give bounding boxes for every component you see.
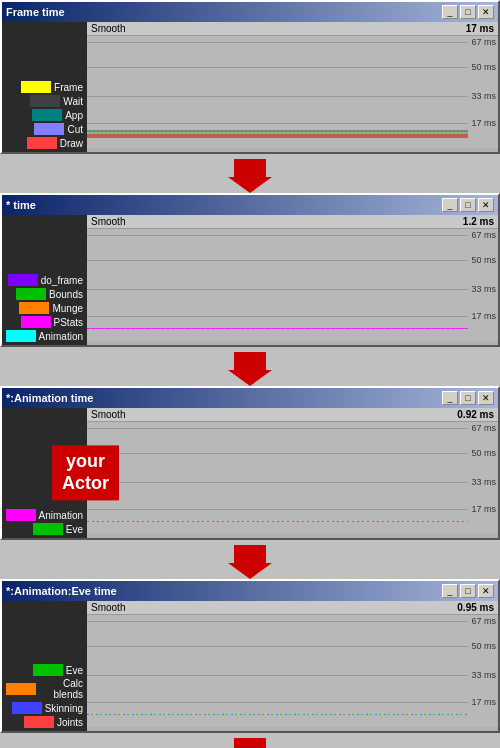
panel1-chart-grid: 67 ms 50 ms 33 ms 17 ms <box>87 36 498 148</box>
grid-label-33: 33 ms <box>471 91 496 101</box>
panel2-restore-btn[interactable]: □ <box>460 198 476 212</box>
panel1-chart-header: Smooth 17 ms <box>87 22 498 36</box>
legend-item-munge: Munge <box>2 301 87 315</box>
arrow1-head <box>228 177 272 193</box>
panel3-minimize-btn[interactable]: _ <box>442 391 458 405</box>
legend-color-app <box>32 109 62 121</box>
legend-label-pstats: PStats <box>54 317 83 328</box>
panel1-title: Frame time <box>6 6 65 18</box>
legend-item-frame: Frame <box>2 80 87 94</box>
panel1-restore-btn[interactable]: □ <box>460 5 476 19</box>
legend-color-do_frame <box>8 274 38 286</box>
panel2-chart-value: 1.2 ms <box>463 216 494 227</box>
grid-line2-50 <box>87 260 468 261</box>
panel1-legend: Frame Wait App Cut Draw <box>2 22 87 152</box>
panel1-close-btn[interactable]: ✕ <box>478 5 494 19</box>
legend-color-pstats <box>21 316 51 328</box>
grid-label3-50: 50 ms <box>471 448 496 458</box>
grid-label-67: 67 ms <box>471 37 496 47</box>
legend-color-eve <box>33 523 63 535</box>
panel4-minimize-btn[interactable]: _ <box>442 584 458 598</box>
arrow3 <box>228 545 272 579</box>
time-panel: * time _ □ ✕ do_frame Bounds Munge PStat… <box>0 193 500 347</box>
legend-item-do_frame: do_frame <box>2 273 87 287</box>
panel2-chart-header: Smooth 1.2 ms <box>87 215 498 229</box>
legend-color-animation <box>6 330 36 342</box>
legend-item-calc-blends: Calc blends <box>2 677 87 701</box>
legend-item-wait: Wait <box>2 94 87 108</box>
legend-color-joints <box>24 716 54 728</box>
grid-label4-50: 50 ms <box>471 641 496 651</box>
data-line-p2 <box>87 328 468 329</box>
panel2-buttons: _ □ ✕ <box>442 198 494 212</box>
legend-color-animation2 <box>6 509 36 521</box>
legend-label-cut: Cut <box>67 124 83 135</box>
grid-line2-33 <box>87 289 468 290</box>
panel1-content: Frame Wait App Cut Draw Smooth 17 ms <box>2 22 498 152</box>
panel4-content: Eve Calc blends Skinning Joints Smooth 0… <box>2 601 498 731</box>
grid-label2-17: 17 ms <box>471 311 496 321</box>
legend-label-munge: Munge <box>52 303 83 314</box>
arrow2-head <box>228 370 272 386</box>
panel1-buttons: _ □ ✕ <box>442 5 494 19</box>
panel4-chart: Smooth 0.95 ms 67 ms 50 ms 33 ms 17 ms <box>87 601 498 731</box>
panel2-chart: Smooth 1.2 ms 67 ms 50 ms 33 ms 17 ms <box>87 215 498 345</box>
grid-label4-33: 33 ms <box>471 670 496 680</box>
grid-label2-50: 50 ms <box>471 255 496 265</box>
grid-label-50: 50 ms <box>471 62 496 72</box>
panel4-titlebar: *:Animation:Eve time _ □ ✕ <box>2 581 498 601</box>
animation-time-panel: *:Animation time _ □ ✕ Animation Eve you… <box>0 386 500 540</box>
panel2-minimize-btn[interactable]: _ <box>442 198 458 212</box>
arrow2-container <box>0 351 500 386</box>
arrow4-shaft <box>234 738 266 749</box>
grid-line-50 <box>87 67 468 68</box>
legend-item-eve2: Eve <box>2 663 87 677</box>
legend-label-app: App <box>65 110 83 121</box>
legend-label-draw: Draw <box>60 138 83 149</box>
panel3-title: *:Animation time <box>6 392 93 404</box>
panel3-chart: Smooth 0.92 ms 67 ms 50 ms 33 ms 17 ms <box>87 408 498 538</box>
arrow3-container <box>0 544 500 579</box>
grid-label-17: 17 ms <box>471 118 496 128</box>
legend-color-munge <box>19 302 49 314</box>
grid-line4-50 <box>87 646 468 647</box>
grid-line3-50 <box>87 453 468 454</box>
data-line-draw <box>87 134 468 138</box>
legend-label-bounds: Bounds <box>49 289 83 300</box>
grid-label3-33: 33 ms <box>471 477 496 487</box>
panel3-close-btn[interactable]: ✕ <box>478 391 494 405</box>
panel4-restore-btn[interactable]: □ <box>460 584 476 598</box>
panel4-chart-header: Smooth 0.95 ms <box>87 601 498 615</box>
arrow2-shaft <box>234 352 266 370</box>
arrow1-shaft <box>234 159 266 177</box>
panel3-smooth-label: Smooth <box>91 409 125 420</box>
panel3-chart-grid: 67 ms 50 ms 33 ms 17 ms <box>87 422 498 534</box>
panel3-restore-btn[interactable]: □ <box>460 391 476 405</box>
legend-label-animation: Animation <box>39 331 83 342</box>
arrow4 <box>228 738 272 749</box>
panel1-titlebar: Frame time _ □ ✕ <box>2 2 498 22</box>
panel4-smooth-label: Smooth <box>91 602 125 613</box>
panel1-chart-value: 17 ms <box>466 23 494 34</box>
legend-item-app: App <box>2 108 87 122</box>
panel3-titlebar: *:Animation time _ □ ✕ <box>2 388 498 408</box>
panel1-smooth-label: Smooth <box>91 23 125 34</box>
grid-line3-33 <box>87 482 468 483</box>
panel4-close-btn[interactable]: ✕ <box>478 584 494 598</box>
legend-label-eve: Eve <box>66 524 83 535</box>
panel1-minimize-btn[interactable]: _ <box>442 5 458 19</box>
panel2-close-btn[interactable]: ✕ <box>478 198 494 212</box>
arrow3-shaft <box>234 545 266 563</box>
panel2-title: * time <box>6 199 36 211</box>
grid-label4-17: 17 ms <box>471 697 496 707</box>
legend-color-skinning <box>12 702 42 714</box>
grid-line2-67 <box>87 235 468 236</box>
legend-item-pstats: PStats <box>2 315 87 329</box>
arrow1-container <box>0 158 500 193</box>
grid-line3-17 <box>87 509 468 510</box>
arrow3-head <box>228 563 272 579</box>
legend-color-frame <box>21 81 51 93</box>
legend-item-eve: Eve <box>2 522 87 536</box>
legend-color-cut <box>34 123 64 135</box>
grid-label2-67: 67 ms <box>471 230 496 240</box>
